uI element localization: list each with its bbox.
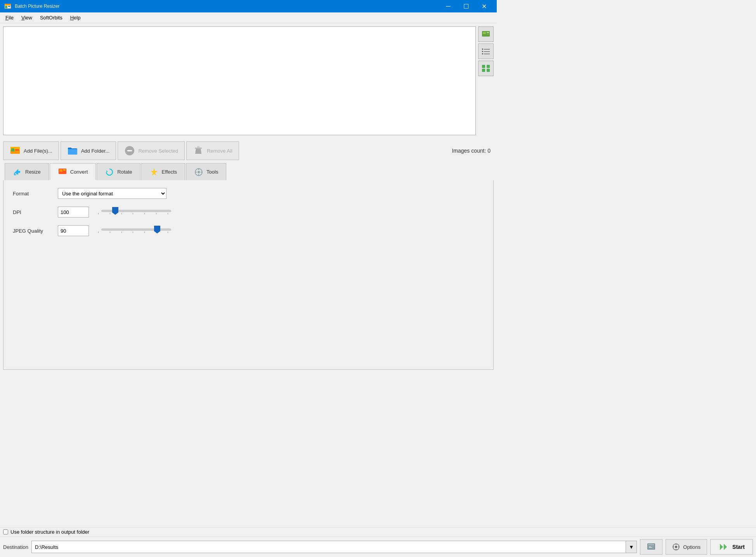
add-folder-label: Add Folder... [81, 148, 110, 154]
toolbar: Add File(s)... Add Folder... Remove Sele… [3, 141, 494, 160]
images-count: Images count: 0 [452, 148, 494, 154]
tab-rotate-label: Rotate [117, 169, 132, 175]
svg-rect-27 [59, 169, 62, 172]
menu-softorbits[interactable]: SoftOrbits [36, 13, 66, 22]
tab-resize[interactable]: Resize [5, 163, 49, 180]
grid-view-button[interactable] [478, 61, 494, 76]
svg-rect-3 [8, 6, 10, 7]
svg-rect-28 [63, 169, 66, 171]
remove-all-label: Remove All [207, 148, 232, 154]
svg-marker-29 [106, 171, 108, 172]
window-controls: ─ ☐ ✕ [439, 0, 493, 12]
remove-selected-icon [124, 145, 135, 156]
add-files-button[interactable]: Add File(s)... [3, 141, 59, 160]
svg-rect-10 [484, 49, 490, 50]
remove-all-button[interactable]: Remove All [186, 141, 239, 160]
svg-rect-22 [15, 149, 19, 151]
dpi-label: DPI [13, 209, 52, 215]
tab-panel: Resize Convert Rotate [3, 163, 494, 370]
minimize-button[interactable]: ─ [439, 0, 457, 12]
format-row: Format Use the original format JPEG PNG … [13, 188, 484, 199]
title-bar: Batch Picture Resizer ─ ☐ ✕ [0, 0, 497, 12]
menu-bar: File View SoftOrbits Help [0, 12, 497, 23]
app-icon [4, 2, 12, 10]
main-content: Add File(s)... Add Folder... Remove Sele… [0, 23, 497, 373]
tools-tab-icon [194, 167, 203, 177]
svg-rect-9 [482, 49, 483, 50]
svg-rect-18 [487, 69, 490, 72]
rotate-tab-icon [105, 167, 114, 177]
svg-rect-5 [483, 32, 486, 34]
svg-rect-2 [5, 6, 7, 8]
add-files-icon [10, 145, 21, 156]
tab-resize-label: Resize [25, 169, 41, 175]
svg-rect-1 [5, 4, 11, 5]
convert-tab-icon [58, 167, 67, 176]
add-folder-button[interactable]: Add Folder... [61, 141, 116, 160]
svg-rect-25 [197, 146, 199, 148]
svg-rect-16 [487, 65, 490, 68]
menu-help[interactable]: Help [66, 13, 85, 22]
tab-bar: Resize Convert Rotate [3, 163, 494, 180]
menu-file[interactable]: File [2, 13, 17, 22]
add-folder-icon [67, 145, 78, 156]
tab-effects[interactable]: Effects [141, 163, 186, 180]
tab-tools[interactable]: Tools [186, 163, 226, 180]
tab-convert-label: Convert [70, 169, 88, 175]
svg-rect-8 [483, 35, 489, 35]
thumbnail-view-button[interactable] [478, 26, 494, 42]
remove-selected-button[interactable]: Remove Selected [118, 141, 185, 160]
svg-rect-12 [484, 51, 490, 52]
tab-rotate[interactable]: Rotate [97, 163, 140, 180]
svg-rect-13 [482, 53, 483, 54]
svg-rect-7 [487, 34, 489, 34]
jpeg-quality-input[interactable] [58, 225, 89, 236]
list-view-button[interactable] [478, 44, 494, 59]
image-list [3, 26, 476, 135]
jpeg-quality-row: JPEG Quality [13, 225, 484, 236]
maximize-button[interactable]: ☐ [457, 0, 475, 12]
tab-effects-label: Effects [162, 169, 177, 175]
remove-selected-label: Remove Selected [138, 148, 178, 154]
svg-rect-11 [482, 51, 483, 52]
svg-rect-17 [482, 69, 485, 72]
effects-tab-icon [149, 167, 159, 177]
svg-rect-15 [482, 65, 485, 68]
menu-view[interactable]: View [17, 13, 36, 22]
remove-all-icon [193, 145, 204, 156]
app-title: Batch Picture Resizer [15, 3, 439, 9]
jpeg-quality-label: JPEG Quality [13, 228, 52, 234]
convert-tab-content: Format Use the original format JPEG PNG … [3, 180, 494, 370]
images-count-value: 0 [487, 148, 491, 154]
jpeg-quality-slider-track[interactable] [101, 228, 171, 231]
add-files-label: Add File(s)... [24, 148, 52, 154]
format-select[interactable]: Use the original format JPEG PNG BMP GIF… [58, 188, 166, 199]
svg-point-31 [198, 171, 200, 173]
svg-rect-21 [11, 148, 14, 151]
tab-convert[interactable]: Convert [50, 163, 96, 180]
tab-tools-label: Tools [206, 169, 218, 175]
svg-rect-24 [195, 148, 202, 149]
dpi-slider-track[interactable] [101, 210, 171, 212]
svg-rect-14 [484, 54, 490, 54]
dpi-input[interactable] [58, 207, 89, 218]
svg-rect-6 [487, 32, 489, 33]
format-label: Format [13, 191, 52, 197]
dpi-row: DPI [13, 207, 484, 218]
close-button[interactable]: ✕ [475, 0, 493, 12]
resize-tab-icon [13, 167, 22, 177]
images-count-label: Images count: [452, 148, 486, 154]
